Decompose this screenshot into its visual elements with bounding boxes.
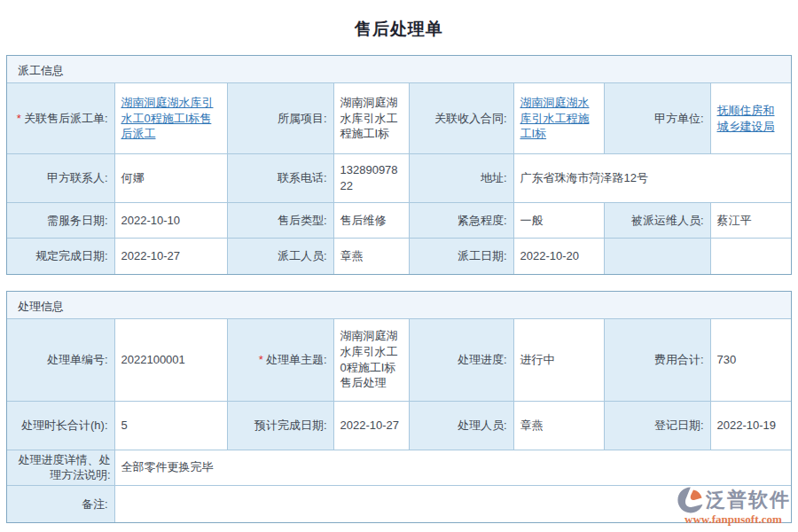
dispatch-order-link[interactable]: 湖南洞庭湖水库引水工0程施工I标售后派工 (121, 96, 214, 140)
table-row: 甲方联系人: 何娜 联系电话: 13289097822 地址: 广东省珠海市菏泽… (7, 154, 791, 203)
progress-value: 进行中 (513, 318, 604, 401)
handler-label: 处理人员: (409, 401, 513, 450)
dispatch-info-table: *关联售后派工单: 湖南洞庭湖水库引水工0程施工I标售后派工 所属项目: 湖南洞… (7, 82, 791, 274)
empty-label-cell (604, 239, 710, 274)
table-row: 处理进度详情、处理方法说明: 全部零件更换完毕 (7, 450, 791, 485)
dispatch-order-cell: 湖南洞庭湖水库引水工0程施工I标售后派工 (114, 83, 227, 154)
service-date-label: 需服务日期: (7, 203, 114, 239)
order-no-value: 2022100001 (114, 318, 227, 401)
required-asterisk: * (17, 112, 21, 125)
contact-label: 甲方联系人: (7, 154, 114, 203)
deadline-value: 2022-10-27 (114, 239, 227, 274)
urgency-label: 紧急程度: (409, 203, 513, 239)
dispatch-date-label: 派工日期: (409, 239, 513, 274)
table-row: 备注: (7, 485, 791, 522)
project-label: 所属项目: (227, 83, 333, 154)
urgency-value: 一般 (513, 203, 604, 239)
process-info-section: 处理信息 处理单编号: 2022100001 *处理单主题: 湖南洞庭湖水库引水… (6, 291, 792, 524)
table-row: 需服务日期: 2022-10-10 售后类型: 售后维修 紧急程度: 一般 被派… (7, 203, 791, 239)
dispatcher-value: 章燕 (333, 239, 409, 274)
subject-label: *处理单主题: (227, 318, 333, 401)
contact-value: 何娜 (114, 154, 227, 203)
project-value: 湖南洞庭湖水库引水工程施工I标 (333, 83, 409, 154)
expected-date-label: 预计完成日期: (227, 401, 333, 450)
page-title: 售后处理单 (0, 0, 798, 55)
register-date-value: 2022-10-19 (710, 401, 791, 450)
service-date-value: 2022-10-10 (114, 203, 227, 239)
dispatch-date-value: 2022-10-20 (513, 239, 604, 274)
process-info-table: 处理单编号: 2022100001 *处理单主题: 湖南洞庭湖水库引水工0程施工… (7, 318, 791, 523)
remark-label: 备注: (7, 485, 114, 522)
duration-value: 5 (114, 401, 227, 450)
address-label: 地址: (409, 154, 513, 203)
progress-label: 处理进度: (409, 318, 513, 401)
required-asterisk: * (259, 353, 263, 366)
table-row: 处理单编号: 2022100001 *处理单主题: 湖南洞庭湖水库引水工0程施工… (7, 318, 791, 401)
dispatch-section-header: 派工信息 (7, 56, 791, 82)
ops-staff-value: 蔡江平 (710, 203, 791, 239)
subject-value: 湖南洞庭湖水库引水工0程施工I标售后处理 (333, 318, 409, 401)
cost-total-value: 730 (710, 318, 791, 401)
handler-value: 章燕 (513, 401, 604, 450)
cost-total-label: 费用合计: (604, 318, 710, 401)
ops-staff-label: 被派运维人员: (604, 203, 710, 239)
duration-label: 处理时长合计(h): (7, 401, 114, 450)
empty-value-cell (710, 239, 791, 274)
aftersale-type-label: 售后类型: (227, 203, 333, 239)
phone-value: 13289097822 (333, 154, 409, 203)
remark-value (114, 485, 791, 522)
register-date-label: 登记日期: (604, 401, 710, 450)
table-row: 规定完成日期: 2022-10-27 派工人员: 章燕 派工日期: 2022-1… (7, 239, 791, 274)
income-contract-label: 关联收入合同: (409, 83, 513, 154)
phone-label: 联系电话: (227, 154, 333, 203)
address-value: 广东省珠海市菏泽路12号 (513, 154, 791, 203)
party-a-label: 甲方单位: (604, 83, 710, 154)
party-a-cell: 抚顺住房和城乡建设局 (710, 83, 791, 154)
order-no-label: 处理单编号: (7, 318, 114, 401)
dispatch-order-label: *关联售后派工单: (7, 83, 114, 154)
expected-date-value: 2022-10-27 (333, 401, 409, 450)
table-row: *关联售后派工单: 湖南洞庭湖水库引水工0程施工I标售后派工 所属项目: 湖南洞… (7, 83, 791, 154)
aftersale-type-value: 售后维修 (333, 203, 409, 239)
dispatch-info-section: 派工信息 *关联售后派工单: 湖南洞庭湖水库引水工0程施工I标售后派工 所属项目… (6, 55, 792, 275)
dispatcher-label: 派工人员: (227, 239, 333, 274)
progress-detail-label: 处理进度详情、处理方法说明: (7, 450, 114, 485)
process-section-header: 处理信息 (7, 292, 791, 318)
deadline-label: 规定完成日期: (7, 239, 114, 274)
progress-detail-value: 全部零件更换完毕 (114, 450, 791, 485)
party-a-link[interactable]: 抚顺住房和城乡建设局 (717, 104, 775, 133)
income-contract-cell: 湖南洞庭湖水库引水工程施工I标 (513, 83, 604, 154)
table-row: 处理时长合计(h): 5 预计完成日期: 2022-10-27 处理人员: 章燕… (7, 401, 791, 450)
income-contract-link[interactable]: 湖南洞庭湖水库引水工程施工I标 (520, 96, 590, 140)
